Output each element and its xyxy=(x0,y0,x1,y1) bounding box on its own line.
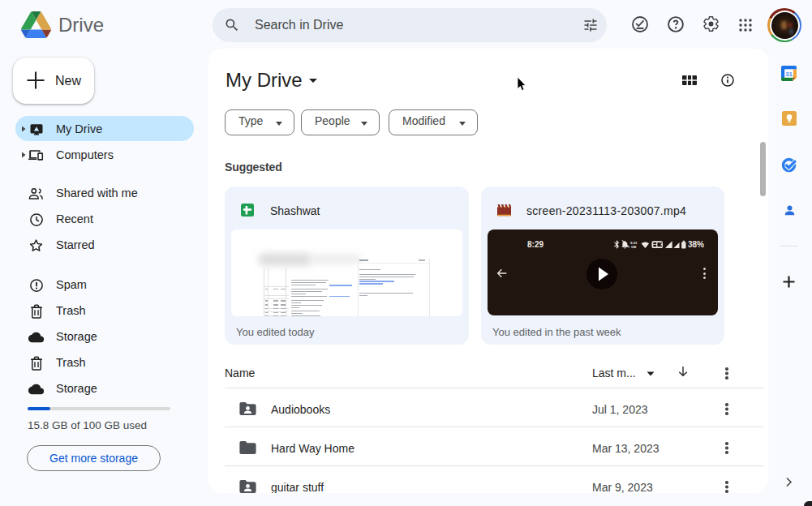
svg-text:31: 31 xyxy=(785,71,793,78)
svg-text:GB: GB xyxy=(631,245,636,249)
